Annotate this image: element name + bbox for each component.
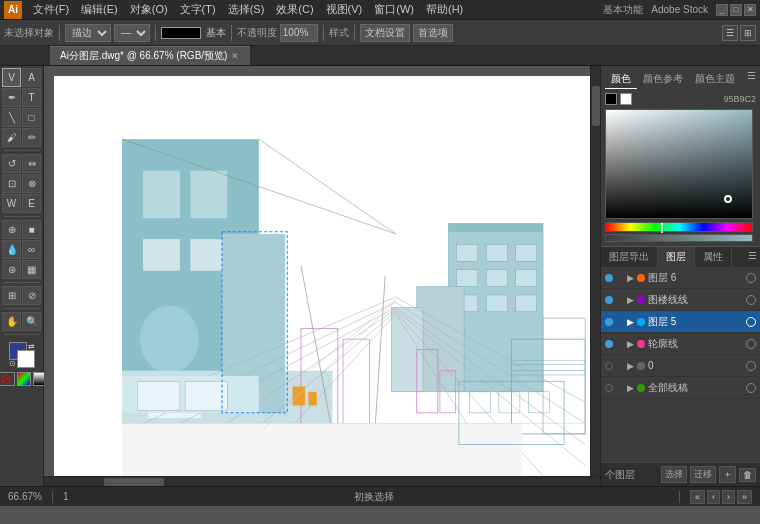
zoom-tool[interactable]: 🔍	[22, 312, 41, 331]
color-gradient-picker[interactable]	[605, 109, 753, 219]
layer-item-all[interactable]: ▶ 全部线稿	[601, 377, 760, 399]
new-layer-btn[interactable]: ＋	[719, 466, 736, 483]
warp-tool[interactable]: ⊗	[22, 174, 41, 193]
hue-spectrum[interactable]	[605, 222, 753, 232]
color-panel: 颜色 颜色参考 颜色主题 ☰ 95B9C2	[601, 66, 760, 246]
layer-contour-vis[interactable]	[605, 340, 613, 348]
menu-window[interactable]: 窗口(W)	[369, 2, 419, 17]
chart-tool[interactable]: ▦	[22, 260, 41, 279]
layer-5-target[interactable]	[746, 317, 756, 327]
layer-0-target[interactable]	[746, 361, 756, 371]
color-bg-mini[interactable]	[620, 93, 632, 105]
hand-tool[interactable]: ✋	[2, 312, 21, 331]
no-fill-btn[interactable]: ⊘	[0, 372, 15, 386]
delete-layer-btn[interactable]: 🗑	[739, 468, 756, 482]
menu-type[interactable]: 文字(T)	[175, 2, 221, 17]
pencil-tool[interactable]: ✏	[22, 128, 41, 147]
gradient-tool[interactable]: ■	[22, 220, 41, 239]
horizontal-scrollbar[interactable]	[44, 476, 600, 486]
paint-tool[interactable]: 🖌	[2, 128, 21, 147]
background-swatch[interactable]	[17, 350, 35, 368]
status-btn-1[interactable]: «	[690, 490, 705, 504]
panel-btn-1[interactable]: ☰	[722, 25, 738, 41]
layer-0-vis[interactable]	[605, 362, 613, 370]
layer-all-vis[interactable]	[605, 384, 613, 392]
shape-select[interactable]: 描边	[65, 24, 111, 42]
layer-5-eye[interactable]	[605, 318, 613, 326]
scroll-thumb-v[interactable]	[592, 86, 600, 126]
layer-item-contour[interactable]: ▶ 轮廓线	[601, 333, 760, 355]
layer-contour-target[interactable]	[746, 339, 756, 349]
status-btn-3[interactable]: ›	[722, 490, 735, 504]
menu-file[interactable]: 文件(F)	[28, 2, 74, 17]
tab-color[interactable]: 颜色	[605, 70, 637, 89]
default-colors-icon[interactable]: ⊙	[9, 359, 16, 368]
menu-effect[interactable]: 效果(C)	[271, 2, 318, 17]
preferences-btn[interactable]: 首选项	[413, 24, 453, 42]
tool-row-8: ⊕ ■	[2, 220, 41, 239]
scale-tool[interactable]: ⊡	[2, 174, 21, 193]
tab-layers-export[interactable]: 图层导出	[601, 247, 658, 267]
width-tool[interactable]: W	[2, 194, 21, 213]
opacity-input[interactable]	[280, 24, 318, 42]
rect-tool[interactable]: □	[22, 108, 41, 127]
layers-panel-menu[interactable]: ☰	[745, 247, 760, 267]
mirror-tool[interactable]: ⇔	[22, 154, 41, 173]
alpha-bar[interactable]	[605, 234, 753, 242]
menu-edit[interactable]: 编辑(E)	[76, 2, 123, 17]
shape-builder-tool[interactable]: ⊕	[2, 220, 21, 239]
tab-properties[interactable]: 属性	[695, 247, 732, 267]
panel-btn-2[interactable]: ⊞	[740, 25, 756, 41]
layer-6-vis[interactable]	[605, 274, 613, 282]
layer-item-0[interactable]: ▶ 0	[601, 355, 760, 377]
status-btn-4[interactable]: »	[737, 490, 752, 504]
artboard-tool[interactable]: ⊞	[2, 286, 21, 305]
tab-close-btn[interactable]: ✕	[231, 51, 239, 61]
tab-color-ref[interactable]: 颜色参考	[637, 70, 689, 89]
type-tool[interactable]: T	[22, 88, 41, 107]
eyedropper-tool[interactable]: 💧	[2, 240, 21, 259]
tab-color-theme[interactable]: 颜色主题	[689, 70, 741, 89]
color-fg-mini[interactable]	[605, 93, 617, 105]
vertical-scrollbar[interactable]	[590, 66, 600, 486]
active-tab[interactable]: Ai分图层.dwg* @ 66.67% (RGB/预览) ✕	[50, 46, 250, 65]
menu-help[interactable]: 帮助(H)	[421, 2, 468, 17]
layer-item-5[interactable]: ▶ 图层 5	[601, 311, 760, 333]
slice-tool[interactable]: ⊘	[22, 286, 41, 305]
doc-settings-btn[interactable]: 文档设置	[360, 24, 410, 42]
status-btn-2[interactable]: ‹	[707, 490, 720, 504]
fg-bg-swatches[interactable]: ⇄ ⊙	[9, 342, 35, 368]
layer-options-btn[interactable]: 选择	[661, 466, 687, 483]
color-panel-menu[interactable]: ☰	[747, 70, 756, 89]
menu-select[interactable]: 选择(S)	[223, 2, 270, 17]
select-tool[interactable]: V	[2, 68, 21, 87]
blend-tool[interactable]: ∞	[22, 240, 41, 259]
canvas-area[interactable]	[44, 66, 600, 486]
layer-item-outline[interactable]: ▶ 图楼线线	[601, 289, 760, 311]
layer-move-btn[interactable]: 迁移	[690, 466, 716, 483]
layer-0-name: 0	[648, 360, 743, 371]
direct-select-tool[interactable]: A	[22, 68, 41, 87]
layer-outline-target[interactable]	[746, 295, 756, 305]
menu-object[interactable]: 对象(O)	[125, 2, 173, 17]
layer-6-target[interactable]	[746, 273, 756, 283]
free-transform-tool[interactable]: E	[22, 194, 41, 213]
layer-outline-name: 图楼线线	[648, 293, 743, 307]
pen-tool[interactable]: ✒	[2, 88, 21, 107]
swap-colors-icon[interactable]: ⇄	[28, 342, 35, 351]
tab-layers[interactable]: 图层	[658, 247, 695, 267]
tool-sep-5	[4, 334, 40, 335]
layer-outline-vis[interactable]	[605, 296, 613, 304]
layer-item-6[interactable]: ▶ 图层 6	[601, 267, 760, 289]
menu-view[interactable]: 视图(V)	[321, 2, 368, 17]
svg-rect-17	[516, 270, 537, 287]
svg-rect-58	[138, 381, 180, 410]
layer-all-target[interactable]	[746, 383, 756, 393]
line-tool[interactable]: ╲	[2, 108, 21, 127]
symbol-tool[interactable]: ⊛	[2, 260, 21, 279]
status-sep-1	[52, 491, 53, 503]
stroke-style[interactable]: —	[114, 24, 150, 42]
color-mode-btn[interactable]	[17, 372, 31, 386]
rotate-tool[interactable]: ↺	[2, 154, 21, 173]
scroll-thumb-h[interactable]	[104, 478, 164, 486]
